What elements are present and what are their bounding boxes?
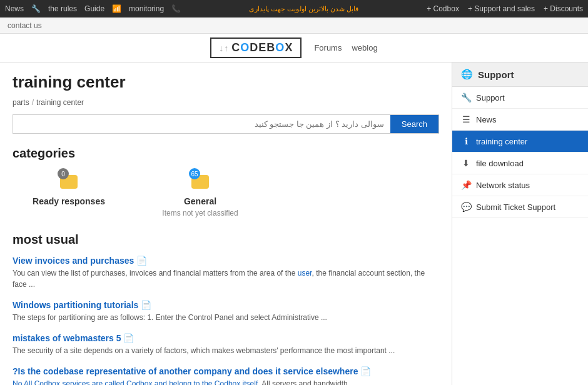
sidebar-label-network: Network status	[476, 181, 530, 190]
topnav-rtl-promo: قابل شدن بالاترین اولویت جهت پایداری	[249, 5, 358, 13]
sidebar-item-file-download[interactable]: ⬇ file download	[452, 152, 588, 174]
content-area: training center parts / training center …	[0, 62, 452, 385]
article-excerpt-1: You can view the list of purchases, invo…	[13, 268, 439, 290]
article-link-4[interactable]: ?Is the codebase representative of anoth…	[13, 366, 371, 376]
topnav-icon3: 📞	[171, 4, 181, 13]
category-badge-general: 65	[189, 168, 200, 179]
topnav-icon2: 📶	[112, 4, 121, 13]
list-icon: ☰	[461, 114, 471, 124]
search-button[interactable]: Search	[390, 115, 438, 133]
topnav-news[interactable]: News	[5, 4, 24, 13]
category-folder-icon-ready: 0	[60, 171, 78, 194]
breadcrumb-training[interactable]: training center	[36, 98, 84, 107]
site-logo[interactable]: ↓↑ CODEBOX	[210, 38, 302, 58]
topnav-monitoring[interactable]: monitoring	[129, 4, 164, 13]
article-link-2[interactable]: Windows partitioning tutorials 📄	[13, 300, 151, 310]
logo-right-links: Forums weblog	[314, 43, 377, 52]
info-icon: ℹ	[461, 136, 471, 146]
logo-text: CODEBOX	[231, 41, 293, 54]
sidebar-header: 🌐 Support	[452, 62, 588, 87]
weblog-link[interactable]: weblog	[352, 43, 377, 52]
article-item: mistakes of webmasters 5 📄 The security …	[13, 333, 439, 356]
sidebar-item-submit-ticket[interactable]: 💬 Submit Ticket Support	[452, 196, 588, 218]
article-item: Windows partitioning tutorials 📄 The ste…	[13, 300, 439, 323]
top-navigation: News 🔧 the rules Guide 📶 monitoring 📞 قا…	[0, 0, 588, 18]
pin-icon: 📌	[461, 180, 471, 190]
search-bar: Search	[13, 114, 439, 134]
most-usual-title: most usual	[13, 232, 439, 247]
sidebar-item-training-center[interactable]: ℹ training center	[452, 131, 588, 152]
page-title: training center	[13, 72, 439, 92]
download-icon: ⬇	[461, 158, 471, 168]
chat-icon: 💬	[461, 202, 471, 212]
topnav-rules[interactable]: the rules	[48, 4, 77, 13]
logo-bar: ↓↑ CODEBOX Forums weblog	[0, 34, 588, 62]
topnav-discounts[interactable]: + Discounts	[544, 4, 583, 13]
category-general[interactable]: 65 General Items not yet classified	[144, 171, 256, 218]
breadcrumb-parts[interactable]: parts	[13, 98, 29, 107]
sidebar-label-file-download: file download	[476, 159, 524, 168]
article-link-3[interactable]: mistakes of webmasters 5 📄	[13, 333, 134, 343]
article-item: ?Is the codebase representative of anoth…	[13, 366, 439, 385]
sidebar-item-support[interactable]: 🔧 Support	[452, 87, 588, 109]
category-name-general: General	[184, 196, 216, 206]
breadcrumb-sep: /	[32, 98, 34, 107]
topnav-support-sales[interactable]: + Support and sales	[468, 4, 535, 13]
support-globe-icon: 🌐	[461, 69, 473, 80]
category-name-ready: Ready responses	[33, 196, 105, 206]
breadcrumb: parts / training center	[13, 98, 439, 107]
logo-arrows-icon: ↓↑	[219, 43, 229, 53]
categories-grid: 0 Ready responses 65 General Items not y…	[13, 171, 439, 218]
sidebar-item-news[interactable]: ☰ News	[452, 109, 588, 131]
article-excerpt-2: The steps for partitioning are as follow…	[13, 312, 439, 323]
category-badge-ready: 0	[58, 168, 69, 179]
search-input[interactable]	[13, 115, 390, 133]
sub-navigation: contact us	[0, 18, 588, 34]
topnav-guide[interactable]: Guide	[84, 4, 104, 13]
excerpt-highlight-4: No All Codbox services are called Codbox…	[13, 379, 260, 385]
sidebar-item-network-status[interactable]: 📌 Network status	[452, 174, 588, 196]
sidebar-label-training: training center	[476, 137, 527, 146]
highlight-user: user	[298, 269, 312, 278]
forums-link[interactable]: Forums	[314, 43, 342, 52]
category-sub-general: Items not yet classified	[162, 209, 238, 218]
topnav-codbox[interactable]: + Codbox	[427, 4, 459, 13]
category-ready-responses[interactable]: 0 Ready responses	[13, 171, 125, 209]
category-folder-icon-general: 65	[191, 171, 209, 194]
categories-title: categories	[13, 146, 439, 161]
sidebar-label-support: Support	[476, 93, 505, 102]
wrench-icon: 🔧	[461, 92, 471, 102]
sidebar-label-ticket: Submit Ticket Support	[476, 202, 555, 212]
article-link-1[interactable]: View invoices and purchases 📄	[13, 256, 147, 266]
contact-us-link[interactable]: contact us	[8, 21, 42, 30]
sidebar: 🌐 Support 🔧 Support ☰ News ℹ training ce…	[452, 62, 588, 385]
topnav-icon1: 🔧	[31, 4, 41, 13]
main-layout: training center parts / training center …	[0, 62, 588, 385]
sidebar-label-news: News	[476, 115, 497, 124]
article-excerpt-4: No All Codbox services are called Codbox…	[13, 378, 439, 385]
article-item: View invoices and purchases 📄 You can vi…	[13, 256, 439, 290]
article-excerpt-3: The security of a site depends on a vari…	[13, 345, 439, 356]
